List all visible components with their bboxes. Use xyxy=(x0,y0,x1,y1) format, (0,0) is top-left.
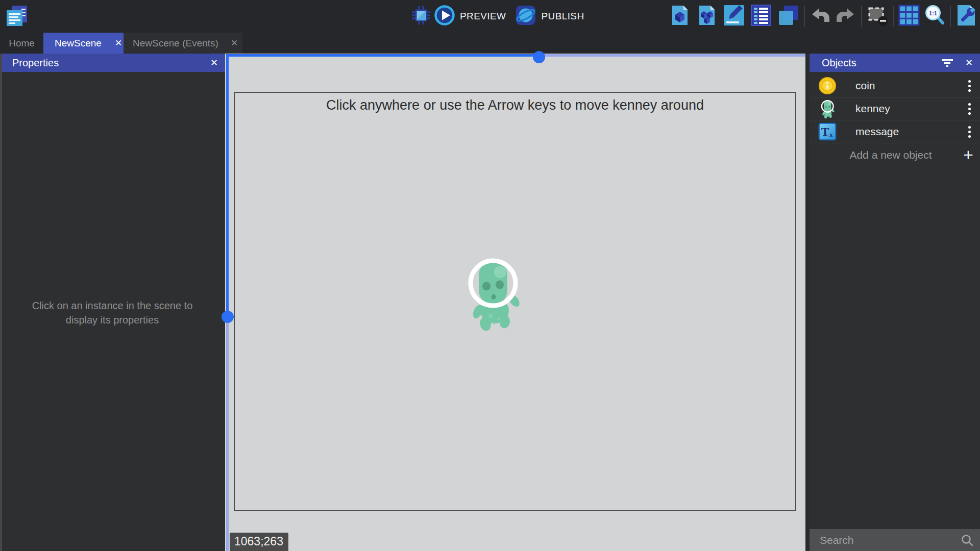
editor-tabbar: Home NewScene ✕ NewScene (Events) ✕ xyxy=(0,33,980,54)
toolbar-separator xyxy=(804,6,805,27)
filter-icon[interactable] xyxy=(941,54,953,72)
scene-instruction-text: Click anywhere or use the Arrow keys to … xyxy=(234,97,796,113)
preview-play-icon xyxy=(434,5,455,29)
layers-icon xyxy=(776,4,800,29)
publish-label: PUBLISH xyxy=(541,11,584,22)
grid-icon xyxy=(897,4,921,29)
kenney-icon xyxy=(818,98,837,119)
object-row-coin[interactable]: coin xyxy=(810,74,980,97)
object-menu-dots-icon[interactable] xyxy=(966,124,973,140)
scene-canvas[interactable]: Click anywhere or use the Arrow keys to … xyxy=(225,54,805,551)
gdevelop-window: PREVIEW PUBLISH xyxy=(0,0,980,551)
text-object-icon: T x xyxy=(818,121,837,142)
coin-icon xyxy=(818,75,837,96)
objects-panel-header: Objects ✕ xyxy=(810,54,980,72)
open-layers-editor-button[interactable] xyxy=(774,3,801,30)
properties-close-icon[interactable]: ✕ xyxy=(210,54,218,72)
edit-pencil-icon xyxy=(722,4,746,29)
toolbar-separator xyxy=(861,6,862,27)
scene-settings-button[interactable] xyxy=(953,3,979,30)
clear-selection-button[interactable] xyxy=(865,3,890,30)
tab-home-label: Home xyxy=(9,38,35,49)
redo-icon xyxy=(835,4,857,29)
toolbar-separator xyxy=(893,6,894,27)
properties-panel-header: Properties ✕ xyxy=(0,54,225,72)
object-label: kenney xyxy=(855,103,966,115)
tab-newscene-close-icon[interactable]: ✕ xyxy=(115,38,122,48)
properties-panel-title: Properties xyxy=(12,57,59,69)
svg-text:x: x xyxy=(829,131,833,138)
project-manager-icon xyxy=(5,4,29,30)
tab-newscene-label: NewScene xyxy=(55,38,102,49)
tab-newscene[interactable]: NewScene ✕ xyxy=(43,33,124,54)
canvas-selection-left-line xyxy=(226,54,229,317)
debug-button[interactable] xyxy=(408,3,434,30)
objects-panel: Objects ✕ c xyxy=(810,54,980,551)
canvas-selection-left-line-light xyxy=(226,317,229,551)
preview-label: PREVIEW xyxy=(460,11,506,22)
tab-home[interactable]: Home xyxy=(0,33,43,54)
resize-handle-top[interactable] xyxy=(533,51,545,63)
toolbar-separator xyxy=(950,6,951,27)
main-toolbar: PREVIEW PUBLISH xyxy=(0,0,980,33)
open-object-groups-editor-button[interactable] xyxy=(693,3,720,30)
tab-newscene-events[interactable]: NewScene (Events) ✕ xyxy=(124,33,242,54)
publish-globe-icon xyxy=(515,5,536,29)
resize-handle-left[interactable] xyxy=(222,311,234,323)
object-row-message[interactable]: T x message xyxy=(810,120,980,143)
edit-scene-properties-button[interactable] xyxy=(720,3,747,30)
cursor-coordinates-badge: 1063;263 xyxy=(230,533,288,551)
deselect-icon xyxy=(866,4,889,29)
undo-button[interactable] xyxy=(807,3,833,30)
open-instances-list-button[interactable] xyxy=(747,3,774,30)
panel-divider[interactable] xyxy=(805,54,810,551)
canvas-selection-top-line xyxy=(226,54,539,57)
object-menu-dots-icon[interactable] xyxy=(966,101,973,117)
properties-panel: Properties ✕ Click on an instance in the… xyxy=(0,54,225,551)
object-search-bar xyxy=(810,529,980,551)
publish-button[interactable]: PUBLISH xyxy=(515,5,584,29)
svg-text:1:1: 1:1 xyxy=(929,10,937,16)
tab-newscene-events-close-icon[interactable]: ✕ xyxy=(231,38,238,48)
canvas-selection-top-line-light xyxy=(539,54,805,57)
preview-button[interactable]: PREVIEW xyxy=(434,5,506,29)
wrench-page-icon xyxy=(954,4,978,29)
zoom-one-to-one-icon: 1:1 xyxy=(923,4,946,29)
properties-scrollbar[interactable] xyxy=(0,54,2,551)
zoom-original-button[interactable]: 1:1 xyxy=(922,3,947,30)
redo-button[interactable] xyxy=(833,3,859,30)
properties-empty-hint: Click on an instance in the scene to dis… xyxy=(22,298,202,327)
search-icon xyxy=(961,534,974,549)
object-label: coin xyxy=(855,80,966,92)
object-list: coin kenney xyxy=(810,74,980,166)
object-search-input[interactable] xyxy=(810,529,980,551)
project-manager-button[interactable] xyxy=(4,4,30,30)
tab-newscene-events-label: NewScene (Events) xyxy=(133,38,218,49)
objects-panel-title: Objects xyxy=(822,57,856,69)
editor-toolbar: 1:1 xyxy=(666,0,979,33)
plus-icon: + xyxy=(957,145,980,165)
instances-list-icon xyxy=(749,4,773,29)
object-label: message xyxy=(855,126,966,138)
debug-icon xyxy=(409,4,433,29)
add-object-button[interactable]: Add a new object + xyxy=(810,143,980,166)
object-row-kenney[interactable]: kenney xyxy=(810,97,980,120)
object-group-icon xyxy=(695,4,719,29)
open-objects-editor-button[interactable] xyxy=(666,3,693,30)
add-object-label: Add a new object xyxy=(810,149,957,161)
undo-icon xyxy=(809,4,831,29)
object-menu-dots-icon[interactable] xyxy=(966,78,973,94)
kenney-instance[interactable] xyxy=(459,253,526,334)
svg-text:T: T xyxy=(821,125,829,138)
toggle-grid-button[interactable] xyxy=(896,3,922,30)
object-icon xyxy=(668,4,692,29)
run-controls: PREVIEW PUBLISH xyxy=(408,0,584,33)
objects-close-icon[interactable]: ✕ xyxy=(965,54,973,72)
